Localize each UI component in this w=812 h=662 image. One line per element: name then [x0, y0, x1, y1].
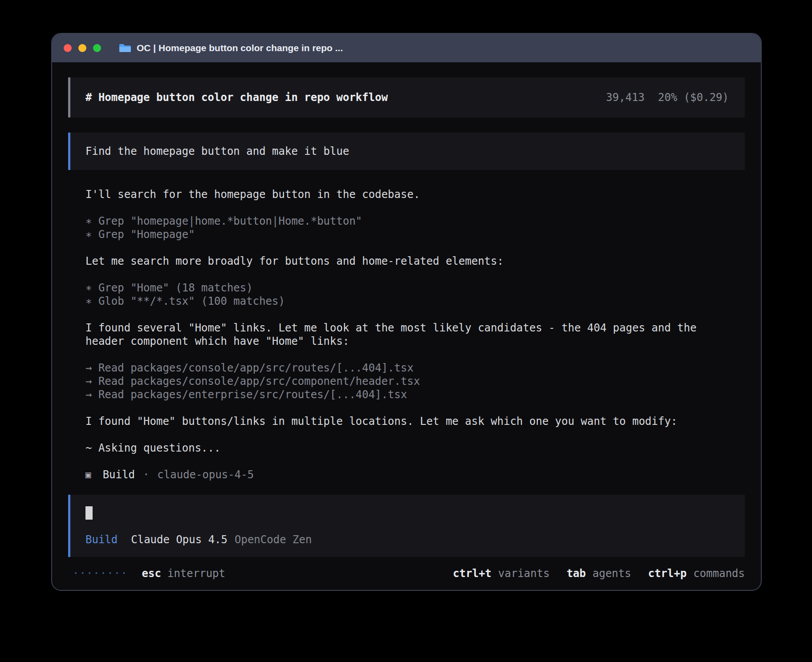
input-model-label: Claude Opus 4.5 [131, 533, 227, 546]
agent-status: ▣ Build · claude-opus-4-5 [68, 468, 745, 481]
input-meta: Build Claude Opus 4.5 OpenCode Zen [85, 533, 730, 546]
conversation: I'll search for the homepage button in t… [68, 170, 745, 468]
tool-call-line: ∗ Grep "Homepage" [85, 228, 745, 241]
status-bar-right: ctrl+t variants tab agents ctrl+p comman… [453, 567, 745, 580]
tool-calls: ∗ Grep "Home" (18 matches) ∗ Glob "**/*.… [85, 281, 745, 308]
agent-icon: ▣ [85, 468, 91, 481]
tool-call-line: ∗ Glob "**/*.tsx" (100 matches) [85, 295, 745, 308]
prompt-input[interactable]: Build Claude Opus 4.5 OpenCode Zen [68, 495, 745, 557]
folder-icon [119, 43, 131, 53]
tool-calls: → Read packages/console/app/src/routes/[… [85, 361, 745, 401]
tool-call-line: → Read packages/console/app/src/componen… [85, 375, 745, 388]
shortcut-label: commands [693, 567, 745, 580]
status-separator: · [143, 468, 149, 481]
user-message: Find the homepage button and make it blu… [68, 133, 745, 170]
assistant-text-line: Let me search more broadly for buttons a… [85, 254, 745, 268]
shortcut-label: variants [498, 567, 550, 580]
agent-name: Build [103, 468, 135, 481]
tool-call-line: → Read packages/enterprise/src/routes/[.… [85, 388, 745, 401]
titlebar: OC | Homepage button color change in rep… [52, 34, 761, 62]
terminal-window: OC | Homepage button color change in rep… [51, 33, 762, 591]
minimize-button[interactable] [78, 44, 86, 52]
assistant-message: Let me search more broadly for buttons a… [85, 254, 745, 268]
assistant-text-line: header component which have "Home" links… [85, 335, 745, 348]
token-count: 39,413 [606, 91, 645, 104]
session-stats: 39,413 20% ($0.29) [606, 91, 729, 104]
assistant-text-line: I found "Home" buttons/links in multiple… [85, 415, 745, 428]
shortcut-label: agents [593, 567, 631, 580]
assistant-text-line: ~ Asking questions... [85, 441, 745, 455]
shortcut-key: tab [567, 567, 586, 580]
assistant-text-line: I found several "Home" links. Let me loo… [85, 321, 745, 335]
status-bar-left: ········ esc interrupt [68, 567, 225, 580]
assistant-message: I'll search for the homepage button in t… [85, 188, 745, 201]
esc-key-label: interrupt [167, 567, 225, 580]
text-cursor [85, 506, 93, 520]
session-title: # Homepage button color change in repo w… [85, 91, 388, 104]
esc-key-hint: esc [142, 567, 161, 580]
assistant-status-message: ~ Asking questions... [85, 441, 745, 455]
window-controls [64, 44, 101, 52]
assistant-message: I found several "Home" links. Let me loo… [85, 321, 745, 348]
tool-call-line: → Read packages/console/app/src/routes/[… [85, 361, 745, 375]
shortcut-variants: ctrl+t variants [453, 567, 549, 580]
tool-call-line: ∗ Grep "Home" (18 matches) [85, 281, 745, 295]
close-button[interactable] [64, 44, 72, 52]
model-name: claude-opus-4-5 [157, 468, 254, 481]
title-group: OC | Homepage button color change in rep… [119, 43, 343, 53]
shortcut-key: ctrl+t [453, 567, 491, 580]
shortcut-agents: tab agents [567, 567, 631, 580]
tool-call-line: ∗ Grep "homepage|home.*button|Home.*butt… [85, 214, 745, 228]
status-bar: ········ esc interrupt ctrl+t variants t… [68, 557, 745, 590]
terminal-content: # Homepage button color change in repo w… [52, 62, 761, 590]
zoom-button[interactable] [93, 44, 101, 52]
session-header: # Homepage button color change in repo w… [68, 77, 745, 117]
assistant-message: I found "Home" buttons/links in multiple… [85, 415, 745, 428]
assistant-text-line: I'll search for the homepage button in t… [85, 188, 745, 201]
shortcut-commands: ctrl+p commands [648, 567, 745, 580]
input-agent-badge: Build [85, 533, 118, 546]
input-provider-label: OpenCode Zen [235, 533, 312, 546]
user-message-text: Find the homepage button and make it blu… [85, 145, 349, 157]
context-usage: 20% ($0.29) [658, 91, 729, 104]
tool-calls: ∗ Grep "homepage|home.*button|Home.*butt… [85, 214, 745, 241]
shortcut-key: ctrl+p [648, 567, 687, 580]
spinner-icon: ········ [73, 567, 128, 580]
window-title: OC | Homepage button color change in rep… [137, 43, 343, 53]
